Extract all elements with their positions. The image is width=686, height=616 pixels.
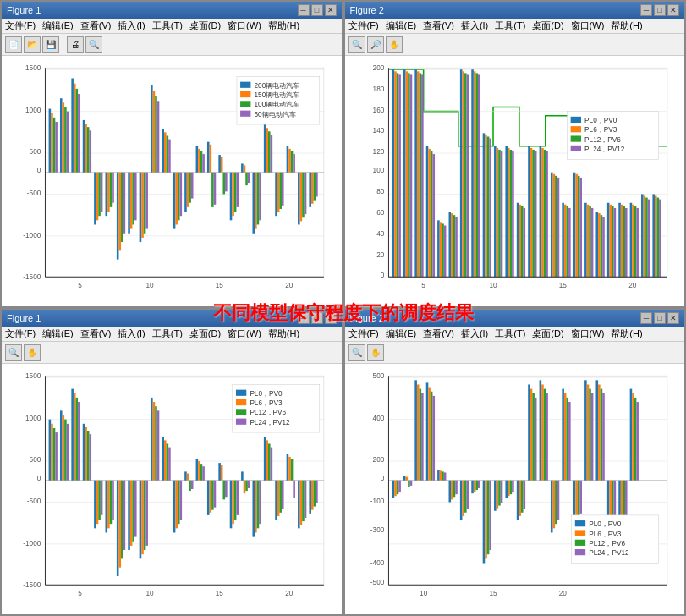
- svg-rect-71: [196, 146, 199, 173]
- menu-desktop-2[interactable]: 桌面(D): [532, 19, 563, 32]
- menu-help-1[interactable]: 帮助(H): [268, 19, 299, 32]
- svg-rect-78: [214, 173, 217, 205]
- svg-rect-325: [191, 481, 194, 489]
- toolbar-zoom-4[interactable]: 🔍: [348, 344, 365, 361]
- menu-tools-2[interactable]: 工具(T): [495, 19, 525, 32]
- svg-rect-310: [151, 398, 153, 481]
- svg-rect-105: [291, 151, 294, 173]
- toolbar-open-1[interactable]: 📂: [24, 36, 41, 53]
- svg-rect-403: [398, 481, 401, 492]
- svg-rect-184: [494, 146, 497, 277]
- close-btn-2[interactable]: ✕: [667, 4, 679, 16]
- toolbar-2: 🔍 🔎 ✋: [345, 34, 685, 56]
- svg-rect-46: [123, 173, 126, 234]
- svg-rect-20: [51, 113, 53, 173]
- svg-rect-446: [520, 481, 523, 513]
- close-btn-4[interactable]: ✕: [667, 312, 679, 324]
- menu-tools-3[interactable]: 工具(T): [152, 327, 183, 340]
- menu-view-3[interactable]: 查看(V): [80, 327, 112, 340]
- svg-rect-50: [134, 173, 137, 221]
- menu-window-2[interactable]: 窗口(W): [571, 19, 605, 32]
- svg-rect-307: [141, 481, 144, 555]
- svg-rect-232: [629, 203, 632, 278]
- menu-edit-1[interactable]: 编辑(E): [42, 19, 74, 32]
- svg-rect-365: [305, 481, 307, 518]
- svg-rect-122: [240, 101, 250, 107]
- menu-help-3[interactable]: 帮助(H): [268, 327, 299, 340]
- svg-rect-198: [532, 150, 535, 277]
- menu-view-1[interactable]: 查看(V): [80, 19, 112, 32]
- svg-rect-424: [459, 481, 462, 520]
- menu-view-2[interactable]: 查看(V): [423, 19, 454, 32]
- svg-rect-348: [257, 481, 260, 529]
- menu-window-3[interactable]: 窗口(W): [228, 327, 261, 340]
- toolbar-print-1[interactable]: 🖨: [67, 36, 84, 53]
- maximize-btn-2[interactable]: □: [654, 4, 666, 16]
- minimize-btn-1[interactable]: ─: [298, 4, 310, 16]
- menu-view-4[interactable]: 查看(V): [423, 327, 454, 340]
- menu-tools-1[interactable]: 工具(T): [152, 19, 183, 32]
- menu-edit-3[interactable]: 编辑(E): [42, 327, 74, 340]
- svg-rect-316: [167, 443, 169, 480]
- menu-file-4[interactable]: 文件(F): [348, 327, 379, 340]
- menu-desktop-3[interactable]: 桌面(D): [189, 327, 221, 340]
- svg-rect-349: [259, 481, 261, 524]
- menu-insert-2[interactable]: 插入(I): [461, 19, 488, 32]
- svg-rect-57: [155, 96, 157, 173]
- close-btn-1[interactable]: ✕: [325, 4, 337, 16]
- menu-insert-3[interactable]: 插入(I): [118, 327, 145, 340]
- menu-insert-4[interactable]: 插入(I): [461, 327, 488, 340]
- maximize-btn-1[interactable]: □: [311, 4, 323, 16]
- menu-desktop-4[interactable]: 桌面(D): [532, 327, 563, 340]
- svg-rect-331: [210, 481, 212, 513]
- minimize-btn-4[interactable]: ─: [640, 312, 652, 324]
- svg-text:1000: 1000: [25, 107, 41, 114]
- svg-rect-113: [314, 173, 316, 201]
- svg-rect-404: [403, 476, 405, 481]
- svg-rect-447: [523, 481, 525, 509]
- toolbar-zoom-1[interactable]: 🔍: [85, 36, 102, 53]
- svg-text:-400: -400: [370, 559, 384, 567]
- toolbar-save-1[interactable]: 💾: [42, 36, 59, 53]
- menu-window-4[interactable]: 窗口(W): [571, 327, 605, 340]
- menu-help-2[interactable]: 帮助(H): [611, 19, 642, 32]
- svg-rect-205: [552, 174, 555, 277]
- svg-rect-81: [222, 173, 225, 195]
- menu-window-1[interactable]: 窗口(W): [228, 19, 261, 32]
- toolbar-zoom-3[interactable]: 🔍: [5, 344, 22, 361]
- svg-rect-109: [302, 173, 305, 218]
- svg-rect-311: [153, 402, 156, 481]
- svg-rect-251: [570, 135, 580, 141]
- svg-rect-304: [132, 481, 134, 542]
- toolbar-pan-2[interactable]: ✋: [386, 36, 403, 53]
- menu-file-1[interactable]: 文件(F): [5, 19, 36, 32]
- svg-text:PL6，PV3: PL6，PV3: [584, 126, 617, 134]
- toolbar-pan-3[interactable]: ✋: [24, 344, 41, 361]
- toolbar-zoom-out-2[interactable]: 🔎: [367, 36, 384, 53]
- menu-help-4[interactable]: 帮助(H): [611, 327, 642, 340]
- svg-rect-72: [198, 149, 200, 173]
- maximize-btn-4[interactable]: □: [654, 312, 666, 324]
- menu-insert-1[interactable]: 插入(I): [118, 19, 145, 32]
- menu-edit-4[interactable]: 编辑(E): [386, 327, 417, 340]
- svg-rect-373: [236, 390, 246, 396]
- menu-file-2[interactable]: 文件(F): [348, 19, 379, 32]
- toolbar-zoom-in-2[interactable]: 🔍: [348, 36, 365, 53]
- menu-file-3[interactable]: 文件(F): [5, 327, 36, 340]
- toolbar-new-1[interactable]: 📄: [5, 36, 22, 53]
- figure-1-top-left: Figure 1 ─ □ ✕ 文件(F) 编辑(E) 查看(V) 插入(I) 工…: [0, 0, 343, 308]
- svg-text:40: 40: [376, 230, 385, 238]
- menu-edit-2[interactable]: 编辑(E): [386, 19, 417, 32]
- svg-text:-1000: -1000: [23, 540, 41, 547]
- menu-desktop-1[interactable]: 桌面(D): [189, 19, 221, 32]
- svg-rect-75: [207, 142, 210, 173]
- menu-tools-4[interactable]: 工具(T): [495, 327, 525, 340]
- svg-rect-171: [455, 217, 458, 277]
- svg-rect-237: [643, 196, 645, 278]
- minimize-btn-2[interactable]: ─: [640, 4, 652, 16]
- toolbar-pan-4[interactable]: ✋: [367, 344, 384, 361]
- svg-rect-443: [512, 481, 514, 492]
- svg-rect-452: [539, 380, 541, 480]
- svg-rect-36: [96, 173, 99, 221]
- svg-rect-334: [218, 463, 221, 481]
